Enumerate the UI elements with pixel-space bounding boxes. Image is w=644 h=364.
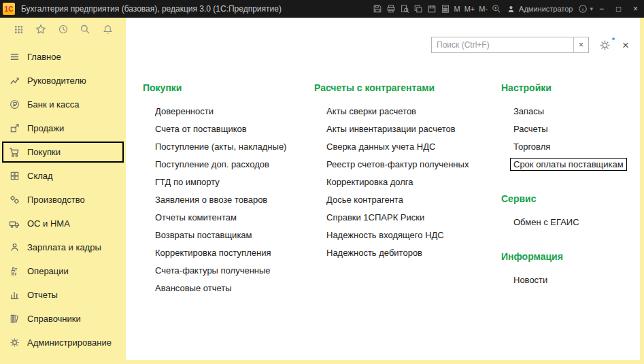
content-link[interactable]: Надежность входящего НДС [326, 230, 444, 240]
content-link[interactable]: Запасы [513, 106, 544, 116]
copy-icon[interactable] [411, 2, 425, 16]
user-name: Администратор [519, 5, 573, 13]
sidebar-item-directories[interactable]: Справочники [2, 308, 124, 329]
close-button[interactable]: × [627, 1, 644, 16]
content-link[interactable]: Торговля [513, 142, 550, 152]
sidebar-nav: Главное Руководителю Банк и касса Продаж… [0, 46, 126, 353]
content-link[interactable]: Корректировка поступления [155, 248, 271, 258]
content-link[interactable]: ГТД по импорту [155, 177, 220, 187]
sidebar-item-warehouse[interactable]: Склад [2, 165, 124, 186]
link-columns: Покупки Доверенности Счета от поставщико… [126, 18, 640, 297]
window-title: Бухгалтерия предприятия (базовая), редак… [21, 4, 282, 14]
current-user[interactable]: Администратор [507, 5, 573, 14]
maximize-button[interactable]: □ [610, 1, 627, 16]
app-logo-1c: 1С [3, 3, 15, 15]
menu-lines-icon [7, 52, 21, 62]
memory-m-button[interactable]: M [452, 5, 462, 13]
sidebar-item-sales[interactable]: Продажи [2, 118, 124, 139]
truck-icon [7, 218, 21, 229]
sidebar-item-label: Производство [27, 195, 85, 205]
content-link[interactable]: Доверенности [155, 106, 214, 116]
content-link[interactable]: Отчеты комитентам [155, 212, 237, 222]
content-link[interactable]: Акты инвентаризации расчетов [326, 124, 456, 134]
memory-m-minus-button[interactable]: M- [477, 5, 490, 13]
sidebar-item-main[interactable]: Главное [2, 46, 124, 67]
search-clear-button[interactable]: × [573, 37, 588, 52]
calculator-icon[interactable] [439, 2, 452, 16]
shopping-cart-icon [7, 147, 21, 158]
content-link[interactable]: Авансовые отчеты [155, 283, 232, 293]
panel-close-button[interactable]: × [621, 39, 630, 51]
section-title: Информация [501, 251, 640, 262]
calendar-icon[interactable] [425, 2, 439, 16]
sidebar-item-label: Администрирование [27, 337, 112, 348]
bar-chart-icon [7, 290, 21, 300]
grid-menu-icon[interactable] [12, 22, 25, 36]
debit-credit-icon: ДтКт [7, 267, 21, 276]
sidebar-item-reports[interactable]: Отчеты [2, 284, 124, 305]
main-frame: Главное Руководителю Банк и касса Продаж… [0, 18, 644, 364]
content-link[interactable]: Расчеты [513, 124, 548, 134]
sidebar-item-label: Руководителю [27, 76, 86, 86]
sidebar-item-manager[interactable]: Руководителю [2, 70, 124, 91]
search-box: × [431, 37, 589, 53]
search-input[interactable] [432, 40, 573, 50]
sidebar-item-label: Главное [27, 52, 61, 62]
content-link[interactable]: Поступление (акты, накладные) [155, 142, 286, 152]
section-title: Настройки [501, 82, 640, 93]
titlebar: 1С Бухгалтерия предприятия (базовая), ре… [0, 0, 644, 18]
sidebar-item-label: Склад [27, 171, 53, 181]
section-settings-service-info: Настройки Запасы Расчеты Торговля Срок о… [501, 82, 640, 297]
sidebar-item-fixed-assets[interactable]: ОС и НМА [2, 213, 124, 234]
content-link[interactable]: Счета-фактуры полученные [155, 265, 271, 276]
content-link[interactable]: Новости [513, 275, 547, 285]
info-icon[interactable] [576, 2, 590, 16]
search-icon[interactable] [78, 22, 92, 36]
section-title: Покупки [143, 82, 314, 93]
history-icon[interactable] [56, 22, 70, 36]
sidebar-item-production[interactable]: Производство [2, 189, 124, 210]
print-icon[interactable] [384, 2, 398, 16]
content-link-selected[interactable]: Срок оплаты поставщикам [510, 158, 627, 171]
gear-icon [7, 337, 21, 348]
chart-icon [7, 76, 21, 86]
section-title: Расчеты с контрагентами [314, 82, 501, 93]
content-link[interactable]: Счета от поставщиков [155, 124, 247, 134]
content-link[interactable]: Сверка данных учета НДС [326, 142, 435, 152]
spark-icon: * [612, 36, 615, 44]
sidebar-item-label: Покупки [27, 147, 61, 157]
content-link[interactable]: Досье контрагента [326, 195, 403, 205]
sidebar-item-operations[interactable]: ДтКт Операции [2, 261, 124, 282]
sidebar-item-purchases[interactable]: Покупки [2, 142, 124, 163]
content-link[interactable]: Справки 1СПАРК Риски [326, 212, 424, 222]
content-link[interactable]: Реестр счетов-фактур полученных [326, 159, 469, 169]
content-link[interactable]: Надежность дебиторов [326, 248, 422, 258]
minimize-button[interactable]: − [593, 1, 610, 16]
sidebar-toolbar [0, 18, 126, 41]
content-link[interactable]: Заявления о ввозе товаров [155, 195, 267, 205]
notifications-bell-icon[interactable] [101, 22, 114, 36]
favorites-star-icon[interactable] [34, 22, 48, 36]
user-icon [507, 5, 515, 14]
memory-m-plus-button[interactable]: M+ [462, 5, 477, 13]
boxes-icon [7, 171, 21, 181]
sidebar-item-label: Продажи [27, 123, 64, 133]
sidebar-item-administration[interactable]: Администрирование [2, 332, 124, 353]
content-link[interactable]: Корректировка долга [326, 177, 413, 187]
content-link[interactable]: Акты сверки расчетов [326, 106, 416, 116]
sidebar-item-bank-cash[interactable]: Банк и касса [2, 94, 124, 115]
person-icon [7, 242, 21, 252]
content-link[interactable]: Обмен с ЕГАИС [513, 217, 579, 227]
settings-gear-icon[interactable]: * [599, 39, 611, 51]
ruble-coin-icon [7, 99, 21, 110]
zoom-in-icon[interactable] [490, 2, 503, 16]
content-link[interactable]: Поступление доп. расходов [155, 159, 269, 169]
content-panel: × * × Покупки Доверенности Счета от пост… [126, 18, 640, 360]
print-preview-icon[interactable] [398, 2, 411, 16]
section-title: Сервис [501, 193, 640, 204]
section-counterparty-settlements: Расчеты с контрагентами Акты сверки расч… [314, 82, 501, 297]
content-link[interactable]: Возвраты поставщикам [155, 230, 252, 240]
save-icon[interactable] [371, 2, 384, 16]
sales-box-arrow-icon [7, 123, 21, 133]
sidebar-item-salary-hr[interactable]: Зарплата и кадры [2, 237, 124, 258]
